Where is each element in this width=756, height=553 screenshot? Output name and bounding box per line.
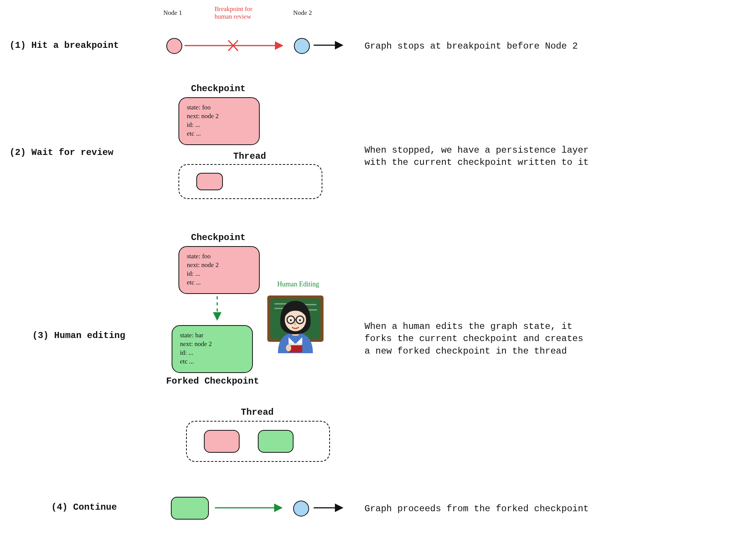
human-avatar-icon [265,292,326,353]
node1-circle [166,38,182,54]
continue-node2-circle [293,501,309,517]
step4-description: Graph proceeds from the forked checkpoin… [365,503,589,515]
cp-line: id: ... [187,270,251,278]
black-arrow-short2-icon [312,502,346,514]
step2-thread-box [178,164,322,199]
step2-checkpoint-title: Checkpoint [178,84,258,94]
node2-label: Node 2 [293,9,312,17]
fcp-line: id: ... [180,349,245,357]
cp-line: state: foo [187,252,251,261]
step3-forked-card: state: bar next: node 2 id: ... etc ... [172,325,253,373]
black-arrow-short-icon [312,40,346,51]
cp-line: id: ... [187,121,251,130]
step3-label: (3) Human editing [32,330,125,341]
step3-forked-lines: state: bar next: node 2 id: ... etc ... [180,331,245,366]
svg-rect-19 [289,343,302,345]
green-dashed-arrow-down-icon [210,295,225,324]
step2-description: When stopped, we have a persistence laye… [365,144,589,169]
step2-thread-title: Thread [178,151,321,161]
fcp-line: etc ... [180,357,245,366]
step3-thread-title: Thread [186,407,328,417]
step1-label: (1) Hit a breakpoint [9,40,119,51]
red-arrow-with-x-icon [184,39,286,52]
node2-circle [294,38,310,54]
step3-thread-box [186,421,330,462]
step2-checkpoint-lines: state: foo next: node 2 id: ... etc ... [187,103,251,138]
node1-label: Node 1 [163,9,182,17]
cp-line: next: node 2 [187,261,251,270]
step3-checkpoint-card: state: foo next: node 2 id: ... etc ... [178,246,260,294]
human-editing-label: Human Editing [277,280,319,288]
green-arrow-icon [213,501,286,514]
fcp-line: state: bar [180,331,245,340]
cp-line: next: node 2 [187,112,251,121]
thread-item-green [258,430,294,453]
step4-label: (4) Continue [51,502,117,512]
cp-line: etc ... [187,130,251,138]
fcp-line: next: node 2 [180,340,245,349]
step1-description: Graph stops at breakpoint before Node 2 [365,40,578,52]
breakpoint-label: Breakpoint for human review [215,5,253,20]
step3-description: When a human edits the graph state, it f… [365,321,583,357]
thread-item-pink [196,173,223,190]
cp-line: state: foo [187,103,251,112]
continue-green-box [171,497,209,520]
svg-point-17 [299,319,301,321]
step3-checkpoint-title: Checkpoint [178,232,258,243]
svg-point-20 [286,344,291,351]
step2-label: (2) Wait for review [9,147,114,158]
step3-forked-title: Forked Checkpoint [159,376,266,386]
thread-item-pink [204,430,240,453]
cp-line: etc ... [187,278,251,287]
svg-point-16 [290,319,292,321]
step2-checkpoint-card: state: foo next: node 2 id: ... etc ... [178,97,260,145]
step3-checkpoint-lines: state: foo next: node 2 id: ... etc ... [187,252,251,287]
